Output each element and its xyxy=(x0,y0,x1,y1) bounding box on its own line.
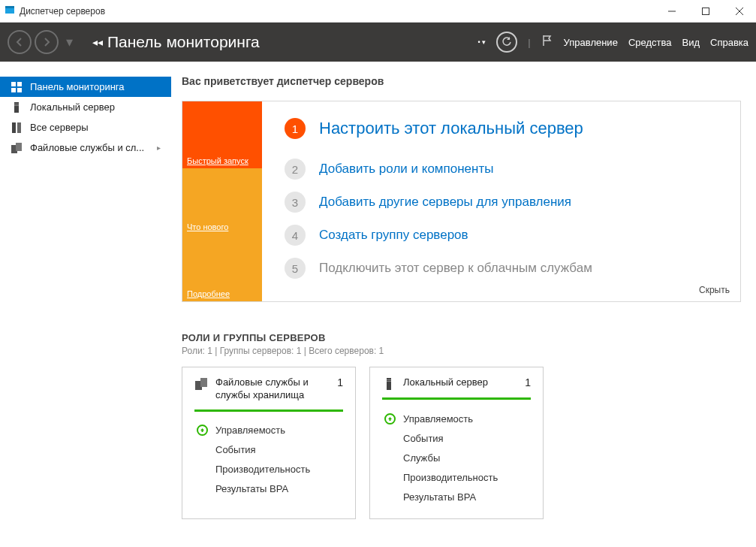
step-link: Создать группу серверов xyxy=(319,228,468,243)
svg-rect-9 xyxy=(17,88,22,92)
status-ok-icon xyxy=(384,413,396,425)
tile-row-events[interactable]: События xyxy=(382,428,531,448)
svg-rect-7 xyxy=(17,82,22,86)
svg-rect-14 xyxy=(17,122,21,133)
quickstart-panel: Быстрый запуск Что нового Подробнее 1 На… xyxy=(182,101,741,302)
breadcrumb: ◂◂ Панель мониторинга xyxy=(92,33,260,51)
tile-row-performance[interactable]: Производительность xyxy=(382,467,531,487)
tile-count: 1 xyxy=(337,376,343,388)
hide-link[interactable]: Скрыть xyxy=(699,285,730,295)
minimize-button[interactable] xyxy=(655,0,688,23)
welcome-heading: Вас приветствует диспетчер серверов xyxy=(182,75,741,87)
servers-icon xyxy=(11,122,23,133)
tile-row-performance[interactable]: Производительность xyxy=(194,460,343,479)
step-link: Добавить другие серверы для управления xyxy=(319,195,571,210)
tile-row-label: Управляемость xyxy=(215,425,285,436)
roles-section-title: РОЛИ И ГРУППЫ СЕРВЕРОВ xyxy=(182,332,741,343)
refresh-button[interactable] xyxy=(496,32,517,53)
layout: Панель мониторинга Локальный сервер Все … xyxy=(0,62,756,547)
sidebar-item-file-services[interactable]: Файловые службы и сл... ▸ xyxy=(0,138,171,158)
tile-row-services[interactable]: Службы xyxy=(382,448,531,467)
menu-help[interactable]: Справка xyxy=(710,37,748,48)
svg-rect-18 xyxy=(200,378,207,387)
quickstart-step-5[interactable]: 5 Подключить этот сервер к облачным служ… xyxy=(285,258,725,279)
dropdown-caret-icon[interactable]: • ▾ xyxy=(478,38,486,46)
sidebar-item-label: Панель мониторинга xyxy=(30,81,125,92)
sidebar-item-all-servers[interactable]: Все серверы xyxy=(0,117,171,138)
step-link: Подключить этот сервер к облачным служба… xyxy=(319,261,592,276)
tile-title: Локальный сервер xyxy=(403,376,517,389)
svg-rect-1 xyxy=(5,6,14,8)
tab-whats-new[interactable]: Что нового xyxy=(182,168,262,235)
svg-rect-12 xyxy=(14,105,19,106)
svg-rect-6 xyxy=(11,82,16,86)
svg-rect-13 xyxy=(12,122,16,133)
window-title: Диспетчер серверов xyxy=(20,6,105,17)
tile-count: 1 xyxy=(525,376,531,388)
tile-header: Локальный сервер 1 xyxy=(382,376,531,400)
sidebar-item-dashboard[interactable]: Панель мониторинга xyxy=(0,77,171,97)
step-number: 2 xyxy=(285,159,306,180)
quickstart-step-3[interactable]: 3 Добавить другие серверы для управления xyxy=(285,192,725,213)
tile-row-label: Производительность xyxy=(403,472,498,483)
role-tiles: Файловые службы и службы хранилища 1 Упр… xyxy=(182,367,741,519)
tile-file-services[interactable]: Файловые службы и службы хранилища 1 Упр… xyxy=(182,367,356,519)
tile-row-label: Результаты BPA xyxy=(215,483,288,494)
server-icon xyxy=(382,378,396,390)
tile-row-manageability[interactable]: Управляемость xyxy=(382,409,531,428)
sidebar-item-label: Локальный сервер xyxy=(30,101,115,113)
main-content: Вас приветствует диспетчер серверов Быст… xyxy=(171,62,756,547)
tile-row-label: События xyxy=(215,444,256,455)
header-toolbar: ▾ ◂◂ Панель мониторинга • ▾ | Управление… xyxy=(0,23,756,62)
breadcrumb-arrows: ◂◂ xyxy=(92,36,103,48)
titlebar-left: Диспетчер серверов xyxy=(0,5,105,18)
svg-rect-20 xyxy=(387,379,391,380)
tile-row-events[interactable]: События xyxy=(194,440,343,460)
nav-forward-button[interactable] xyxy=(35,30,59,54)
tile-title: Файловые службы и службы хранилища xyxy=(215,376,330,402)
step-number: 1 xyxy=(285,118,306,139)
svg-rect-21 xyxy=(387,381,391,382)
tile-row-label: События xyxy=(403,433,444,444)
header-left: ▾ ◂◂ Панель мониторинга xyxy=(8,30,260,54)
flag-icon[interactable] xyxy=(541,35,553,50)
step-number: 4 xyxy=(285,225,306,246)
quickstart-step-4[interactable]: 4 Создать группу серверов xyxy=(285,225,725,246)
tile-row-bpa[interactable]: Результаты BPA xyxy=(382,487,531,506)
tile-row-label: Результаты BPA xyxy=(403,491,476,503)
quickstart-tabs: Быстрый запуск Что нового Подробнее xyxy=(182,101,262,301)
nav-back-button[interactable] xyxy=(8,30,32,54)
menu-view[interactable]: Вид xyxy=(682,37,700,48)
separator: | xyxy=(528,37,530,48)
svg-rect-16 xyxy=(16,143,22,151)
sidebar: Панель мониторинга Локальный сервер Все … xyxy=(0,62,171,547)
tile-row-manageability[interactable]: Управляемость xyxy=(194,421,343,440)
file-services-icon xyxy=(194,378,208,390)
quickstart-content: 1 Настроить этот локальный сервер 2 Доба… xyxy=(262,101,740,301)
maximize-button[interactable] xyxy=(688,0,722,23)
quickstart-step-1[interactable]: 1 Настроить этот локальный сервер xyxy=(285,118,725,139)
tile-row-label: Управляемость xyxy=(403,413,473,425)
tile-header: Файловые службы и службы хранилища 1 xyxy=(194,376,343,412)
file-services-icon xyxy=(11,143,23,153)
menu-manage[interactable]: Управление xyxy=(564,37,618,48)
tile-local-server[interactable]: Локальный сервер 1 Управляемость События… xyxy=(369,367,544,519)
server-icon xyxy=(11,102,23,113)
step-link: Настроить этот локальный сервер xyxy=(319,119,583,138)
menu-tools[interactable]: Средства xyxy=(628,37,672,48)
page-title: Панель мониторинга xyxy=(107,33,260,51)
tile-row-bpa[interactable]: Результаты BPA xyxy=(194,479,343,499)
app-icon xyxy=(5,5,15,18)
step-number: 5 xyxy=(285,258,306,279)
tab-quick-start[interactable]: Быстрый запуск xyxy=(182,101,262,168)
quickstart-step-2[interactable]: 2 Добавить роли и компоненты xyxy=(285,159,725,180)
tab-learn-more[interactable]: Подробнее xyxy=(182,234,262,301)
svg-rect-11 xyxy=(14,104,19,104)
close-button[interactable] xyxy=(722,0,756,23)
step-link: Добавить роли и компоненты xyxy=(319,162,493,177)
svg-rect-8 xyxy=(11,88,16,92)
sidebar-item-label: Все серверы xyxy=(30,122,89,133)
sidebar-item-local-server[interactable]: Локальный сервер xyxy=(0,97,171,117)
step-number: 3 xyxy=(285,192,306,213)
titlebar: Диспетчер серверов xyxy=(0,0,756,23)
